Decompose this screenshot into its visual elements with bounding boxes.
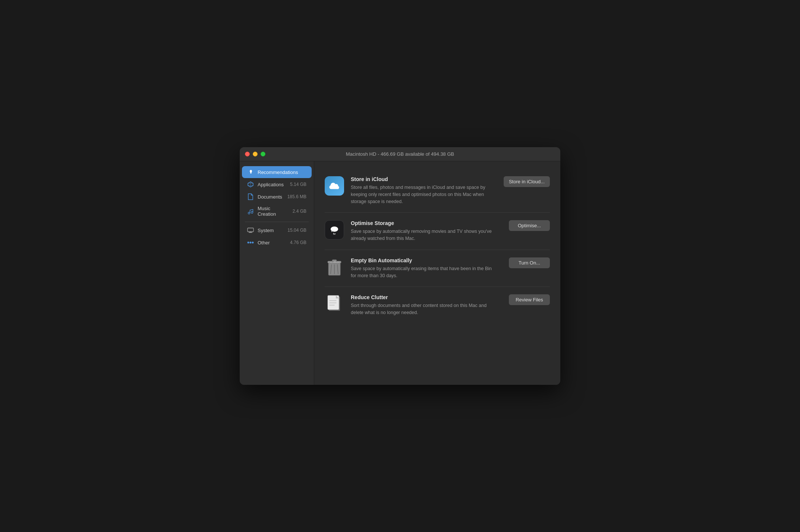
svg-rect-5	[248, 228, 253, 232]
appletv-icon: tv	[325, 220, 344, 240]
sidebar-other-size: 4.76 GB	[290, 240, 306, 245]
recommendations-icon	[247, 169, 254, 175]
icloud-button[interactable]: Store in iCloud...	[504, 176, 550, 187]
optimise-action: Optimise...	[509, 220, 550, 231]
icloud-icon	[325, 176, 344, 196]
reduce-clutter-action: Review Files	[509, 294, 550, 305]
sidebar-divider	[245, 222, 309, 222]
reduce-clutter-content: Reduce Clutter Sort through documents an…	[351, 294, 495, 316]
sidebar-item-applications[interactable]: Applications 5.14 GB	[242, 178, 312, 190]
system-icon	[247, 227, 254, 234]
sidebar-other-label: Other	[258, 240, 286, 246]
svg-rect-2	[251, 173, 252, 174]
icloud-content: Store in iCloud Store all files, photos …	[351, 176, 489, 205]
sidebar-music-size: 2.4 GB	[293, 209, 306, 214]
traffic-lights	[245, 152, 265, 156]
optimise-button[interactable]: Optimise...	[509, 220, 550, 231]
review-files-button[interactable]: Review Files	[509, 294, 550, 305]
optimise-title: Optimise Storage	[351, 220, 495, 226]
sidebar-applications-label: Applications	[258, 182, 286, 187]
reduce-clutter-description: Sort through documents and other content…	[351, 302, 495, 316]
minimize-button[interactable]	[253, 152, 258, 156]
sidebar-applications-size: 5.14 GB	[290, 182, 306, 187]
empty-bin-button[interactable]: Turn On...	[509, 257, 550, 268]
optimise-description: Save space by automatically removing mov…	[351, 228, 495, 242]
sidebar: Recommendations Applications 5.14 GB	[240, 161, 314, 385]
reduce-clutter-title: Reduce Clutter	[351, 294, 495, 300]
svg-point-7	[250, 242, 252, 244]
sidebar-documents-size: 185.6 MB	[287, 194, 306, 199]
titlebar: Macintosh HD - 466.69 GB available of 49…	[240, 147, 560, 161]
close-button[interactable]	[245, 152, 250, 156]
applications-icon	[247, 181, 254, 188]
sidebar-item-music-creation[interactable]: Music Creation 2.4 GB	[242, 203, 312, 219]
window-body: Recommendations Applications 5.14 GB	[240, 161, 560, 385]
window-title: Macintosh HD - 466.69 GB available of 49…	[346, 151, 454, 157]
icloud-description: Store all files, photos and messages in …	[351, 184, 489, 205]
svg-point-3	[248, 212, 250, 214]
empty-bin-content: Empty Bin Automatically Save space by au…	[351, 257, 495, 279]
svg-point-8	[252, 242, 254, 244]
sidebar-item-documents[interactable]: Documents 185.6 MB	[242, 191, 312, 203]
svg-rect-1	[250, 173, 251, 173]
empty-bin-title: Empty Bin Automatically	[351, 257, 495, 263]
sidebar-item-other[interactable]: Other 4.76 GB	[242, 237, 312, 248]
sidebar-documents-label: Documents	[258, 194, 284, 200]
trash-icon	[325, 257, 344, 277]
music-creation-icon	[247, 208, 254, 215]
icloud-action: Store in iCloud...	[504, 176, 550, 187]
sidebar-system-size: 15.04 GB	[287, 228, 306, 233]
icloud-recommendation: Store in iCloud Store all files, photos …	[325, 169, 550, 213]
storage-window: Macintosh HD - 466.69 GB available of 49…	[240, 147, 560, 385]
sidebar-item-system[interactable]: System 15.04 GB	[242, 224, 312, 236]
optimise-content: Optimise Storage Save space by automatic…	[351, 220, 495, 242]
empty-bin-recommendation: Empty Bin Automatically Save space by au…	[325, 250, 550, 287]
document-icon	[325, 294, 344, 314]
documents-icon	[247, 193, 254, 200]
reduce-clutter-recommendation: Reduce Clutter Sort through documents an…	[325, 287, 550, 324]
sidebar-item-recommendations[interactable]: Recommendations	[242, 166, 312, 178]
sidebar-system-label: System	[258, 228, 284, 233]
icloud-title: Store in iCloud	[351, 176, 489, 182]
empty-bin-action: Turn On...	[509, 257, 550, 268]
empty-bin-description: Save space by automatically erasing item…	[351, 265, 495, 279]
other-icon	[247, 239, 254, 246]
main-content: Store in iCloud Store all files, photos …	[314, 161, 560, 385]
optimise-recommendation: tv Optimise Storage Save space by automa…	[325, 213, 550, 250]
sidebar-recommendations-label: Recommendations	[258, 170, 306, 175]
maximize-button[interactable]	[261, 152, 265, 156]
svg-point-6	[248, 242, 249, 244]
sidebar-music-label: Music Creation	[258, 206, 289, 217]
svg-point-4	[251, 212, 253, 213]
